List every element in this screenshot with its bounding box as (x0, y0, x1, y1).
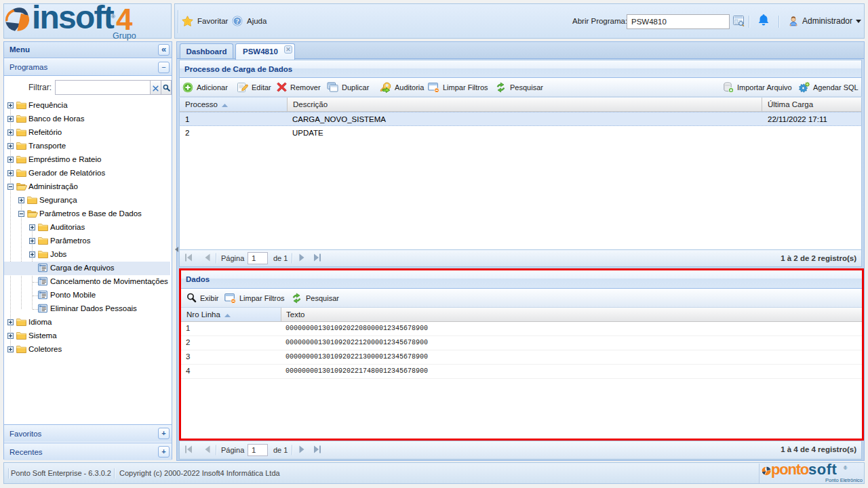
svg-text:?: ? (235, 18, 239, 25)
